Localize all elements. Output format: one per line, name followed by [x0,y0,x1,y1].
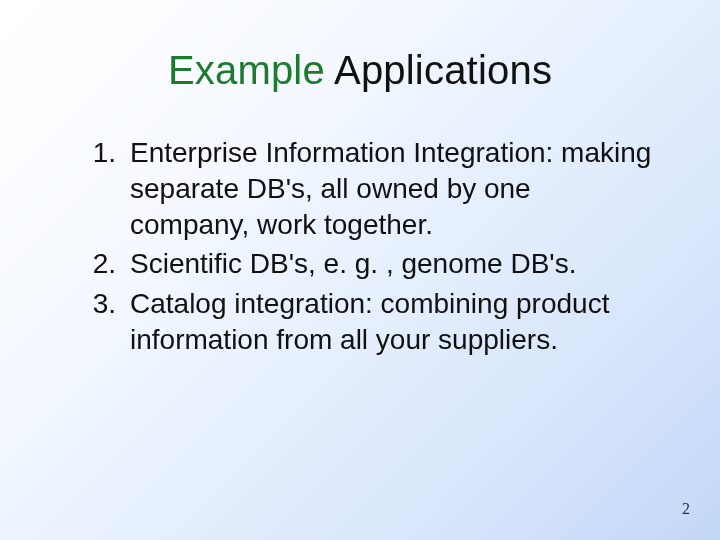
title-word-1: Example [168,48,325,92]
title-word-2: Applications [334,48,552,92]
list-item: 2. Scientific DB's, e. g. , genome DB's. [64,246,656,282]
numbered-list: 1. Enterprise Information Integration: m… [64,135,656,358]
list-item: 3. Catalog integration: combining produc… [64,286,656,358]
item-text: Enterprise Information Integration: maki… [130,135,656,242]
list-item: 1. Enterprise Information Integration: m… [64,135,656,242]
slide: Example Applications 1. Enterprise Infor… [0,0,720,540]
item-number: 1. [64,135,130,242]
page-number: 2 [682,500,690,518]
slide-title: Example Applications [0,0,720,93]
item-number: 2. [64,246,130,282]
item-number: 3. [64,286,130,358]
item-text: Catalog integration: combining product i… [130,286,656,358]
item-text: Scientific DB's, e. g. , genome DB's. [130,246,656,282]
